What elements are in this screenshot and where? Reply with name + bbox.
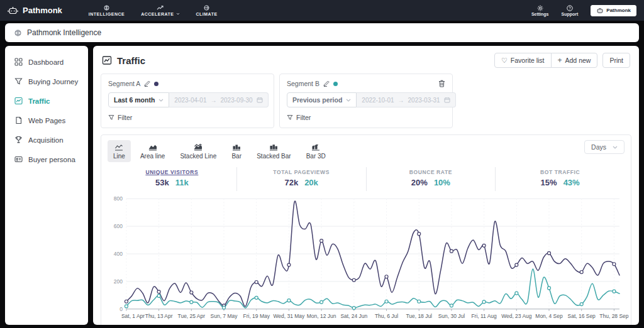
accelerate-icon [157,5,164,11]
svg-text:Thu, 6 Jul: Thu, 6 Jul [375,313,398,319]
sidebar-item-dashboard[interactable]: Dashboard [5,52,88,72]
bar-3d-icon [311,143,321,151]
sidebar-item-buying-journey[interactable]: Buying Journey [5,72,88,91]
header-button-group: ♡ Favorite list + Add new [494,53,597,68]
edit-pencil-icon[interactable] [144,80,150,87]
nav-climate[interactable]: CLIMATE [196,5,218,16]
traffic-chart-card: Line Area line Stacked Line [101,134,631,325]
chevron-down-icon [346,99,351,102]
delete-segment-button[interactable] [438,80,445,87]
traffic-title-icon [102,55,112,65]
chart-canvas[interactable]: 0200400600800Sat, 1 AprThu, 13 AprTue, 2… [108,192,625,325]
document-icon [14,116,23,124]
segment-b-panel: Segment B Previous period [279,74,453,128]
traffic-line-chart[interactable]: 0200400600800Sat, 1 AprThu, 13 AprTue, 2… [108,192,625,325]
tab-area-line[interactable]: Area line [135,140,170,162]
dashboard-grid-icon [14,58,23,66]
top-navbar: Pathmonk INTELLIGENCE ACCELERATE [0,0,644,21]
tab-bar[interactable]: Bar [226,140,247,162]
bounce-rate-segment-b: 10% [434,178,450,187]
tab-stacked-bar[interactable]: Stacked Bar [251,140,296,162]
svg-text:Mon, 4 Sep: Mon, 4 Sep [535,313,563,319]
segment-b-color-dot [333,82,338,86]
account-pathmonk-button[interactable]: Pathmonk [591,5,636,16]
intelligence-icon [104,5,109,11]
stat-bot-traffic[interactable]: BOT TRAFFIC 15% 43% [495,167,625,191]
svg-text:800: 800 [114,195,123,202]
settings-button[interactable]: Settings [531,5,549,16]
chart-type-tabs: Line Area line Stacked Line [108,140,331,162]
segment-b-period-select[interactable]: Previous period [287,92,357,107]
bounce-rate-segment-a: 20% [411,178,428,187]
pathmonk-small-logo-icon [596,8,604,14]
unique-visitors-segment-b: 11k [175,178,189,187]
stat-total-pageviews[interactable]: TOTAL PAGEVIEWS 72k 20k [236,167,366,191]
svg-text:Tue, 25 Apr: Tue, 25 Apr [178,313,206,319]
segment-a-filter[interactable]: Filter [108,114,267,121]
segment-a-panel: Segment A Last 6 month 2023-04-01 → 2023… [101,74,274,128]
svg-text:Sat, 16 Sep: Sat, 16 Sep [568,313,596,319]
granularity-select[interactable]: Days [584,140,625,154]
sidebar-item-traffic[interactable]: Traffic [5,91,88,111]
id-card-icon [14,155,23,163]
svg-text:Mon, 12 Jun: Mon, 12 Jun [307,313,336,319]
svg-text:Wed, 23 Aug: Wed, 23 Aug [501,313,532,319]
chevron-down-icon [613,146,618,149]
segment-a-name: Segment A [108,80,140,87]
svg-text:Sun, 30 Jul: Sun, 30 Jul [438,313,465,319]
sidebar-item-acquisition[interactable]: Acquisition [5,130,88,150]
metric-stats-row: UNIQUE VISITORS 53k 11k TOTAL PAGEVIEWS … [108,167,625,191]
print-button[interactable]: Print [602,53,630,68]
tab-line[interactable]: Line [108,140,131,162]
segment-a-date-range[interactable]: 2023-04-01 → 2023-09-30 [169,92,268,107]
top-navigation: INTELLIGENCE ACCELERATE CLIMATE [89,5,218,16]
gear-icon [537,5,543,11]
edit-pencil-icon[interactable] [323,80,330,87]
sidebar-item-buyer-persona[interactable]: Buyer persona [5,150,88,169]
filter-funnel-icon [108,114,114,121]
bot-traffic-segment-b: 43% [564,178,580,187]
brand-name: Pathmonk [23,6,62,15]
svg-text:Fri, 11 Aug: Fri, 11 Aug [471,313,497,319]
svg-text:Thu, 13 Apr: Thu, 13 Apr [145,313,173,319]
nav-accelerate[interactable]: ACCELERATE [141,5,179,16]
stat-unique-visitors[interactable]: UNIQUE VISITORS 53k 11k [108,167,236,191]
bar-chart-icon [231,143,242,151]
topbar-utilities: Settings Support Pathmonk [531,5,636,16]
stacked-area-icon [193,143,203,151]
tab-bar-3d[interactable]: Bar 3D [301,140,331,162]
svg-text:Sat, 24 Jun: Sat, 24 Jun [340,313,367,319]
svg-text:400: 400 [114,251,123,257]
pathmonk-robot-icon [8,6,18,15]
page-title: Traffic [102,55,145,66]
total-pageviews-segment-b: 20k [304,178,318,187]
svg-text:600: 600 [114,223,123,229]
sidebar: Dashboard Buying Journey Traffic Web Pag… [5,46,88,325]
area-chart-icon [148,143,158,151]
svg-text:Sun, 7 May: Sun, 7 May [211,313,238,319]
support-button[interactable]: Support [562,5,579,16]
segment-a-period-select[interactable]: Last 6 month [108,92,169,107]
stacked-bar-icon [269,143,279,151]
brand-logo[interactable]: Pathmonk [8,6,62,15]
chevron-down-icon [176,13,180,15]
segment-b-date-range[interactable]: 2022-10-01 → 2023-03-31 [357,92,455,107]
segment-b-name: Segment B [287,80,319,87]
unique-visitors-segment-a: 53k [155,178,169,187]
stat-bounce-rate[interactable]: BOUNCE RATE 20% 10% [366,167,496,191]
segment-a-color-dot [154,82,158,86]
line-chart-icon [114,143,124,151]
sidebar-item-web-pages[interactable]: Web Pages [5,111,88,130]
calendar-icon [444,97,450,103]
tab-stacked-line[interactable]: Stacked Line [174,140,222,162]
svg-text:Thu, 28 Sep: Thu, 28 Sep [599,313,628,319]
nav-intelligence[interactable]: INTELLIGENCE [89,5,125,16]
add-new-button[interactable]: + Add new [551,53,598,68]
favorite-list-button[interactable]: ♡ Favorite list [494,53,552,68]
traffic-chart-icon [14,97,23,105]
arrow-right-icon: → [398,97,404,104]
chevron-down-icon [158,99,164,102]
segment-b-filter[interactable]: Filter [287,114,445,121]
funnel-icon [14,77,23,85]
calendar-icon [257,97,263,103]
